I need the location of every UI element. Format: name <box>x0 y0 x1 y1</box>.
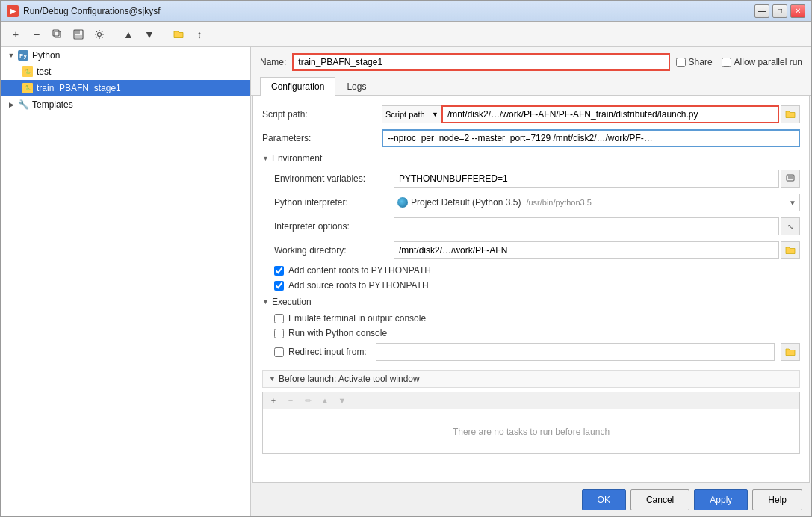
before-launch-arrow: ▼ <box>269 375 276 383</box>
close-button[interactable]: ✕ <box>790 4 805 18</box>
environment-section-header[interactable]: ▼ Environment <box>262 153 800 164</box>
redirect-input-field[interactable] <box>376 343 775 361</box>
before-launch-header: ▼ Before launch: Activate tool window <box>262 370 800 388</box>
bl-edit-button[interactable]: ✏ <box>300 394 315 407</box>
move-up-button[interactable]: ▲ <box>120 25 137 43</box>
right-panel: Name: Share Allow parallel run Configu <box>251 47 811 516</box>
tree-arrow-python: ▼ <box>7 51 16 60</box>
allow-parallel-checkbox[interactable] <box>722 58 731 67</box>
share-checkbox-label[interactable]: Share <box>676 57 713 67</box>
tab-logs[interactable]: Logs <box>335 77 377 96</box>
env-vars-row: Environment variables: PYTHONUNBUFFERED=… <box>274 170 800 188</box>
interp-options-expand-button[interactable]: ⤡ <box>781 217 800 235</box>
parameters-label: Parameters: <box>262 133 382 143</box>
bl-remove-button[interactable]: − <box>283 394 298 407</box>
working-dir-browse-button[interactable] <box>781 241 800 259</box>
before-launch-toolbar: + − ✏ ▲ ▼ <box>262 392 800 409</box>
move-down-button[interactable]: ▼ <box>140 25 158 43</box>
left-panel: ▼ Py Python 🐍 test 🐍 train_PBAFN_stage1 <box>1 47 251 516</box>
toolbar-separator-2 <box>164 27 164 42</box>
sort-button[interactable]: ↕ <box>190 25 208 43</box>
script-path-row: Script path: Script path ▼ <box>262 105 800 123</box>
main-window: ▶ Run/Debug Configurations@sjkysf — □ ✕ … <box>0 0 812 517</box>
tree-item-templates[interactable]: ▶ 🔧 Templates <box>1 96 250 113</box>
tree-item-train[interactable]: 🐍 train_PBAFN_stage1 <box>1 80 250 96</box>
tree-item-test[interactable]: 🐍 test <box>1 64 250 80</box>
svg-rect-0 <box>55 31 61 37</box>
cancel-button[interactable]: Cancel <box>630 489 689 510</box>
folder-button[interactable] <box>170 25 187 43</box>
redirect-input-label: Redirect input from: <box>288 347 367 357</box>
name-input[interactable] <box>292 53 669 71</box>
execution-section-header[interactable]: ▼ Execution <box>262 297 800 307</box>
python-ball-icon <box>397 197 408 208</box>
env-vars-display: PYTHONUNBUFFERED=1 <box>394 170 779 188</box>
redirect-input-checkbox[interactable] <box>274 347 284 357</box>
train-item-label: train_PBAFN_stage1 <box>37 83 121 93</box>
interpreter-value: Project Default (Python 3.5) <box>411 197 521 208</box>
emulate-terminal-row: Emulate terminal in output console <box>274 313 800 323</box>
emulate-terminal-label: Emulate terminal in output console <box>288 313 426 323</box>
ok-button[interactable]: OK <box>582 489 626 510</box>
env-vars-edit-button[interactable] <box>781 170 800 188</box>
bottom-bar: OK Cancel Apply Help <box>251 483 811 516</box>
emulate-terminal-checkbox[interactable] <box>274 314 284 323</box>
minimize-button[interactable]: — <box>754 4 769 18</box>
allow-parallel-checkbox-label[interactable]: Allow parallel run <box>722 57 802 67</box>
no-tasks-label: There are no tasks to run before launch <box>453 427 610 437</box>
name-right: Share Allow parallel run <box>676 57 802 67</box>
settings-button[interactable] <box>90 25 108 43</box>
run-python-console-checkbox[interactable] <box>274 329 284 338</box>
env-vars-label: Environment variables: <box>274 173 394 184</box>
title-bar: ▶ Run/Debug Configurations@sjkysf — □ ✕ <box>1 1 811 22</box>
svg-rect-6 <box>787 175 794 181</box>
remove-config-button[interactable]: − <box>28 25 46 43</box>
copy-config-button[interactable] <box>49 25 66 43</box>
tree-python-group[interactable]: ▼ Py Python <box>1 47 250 64</box>
interp-options-label: Interpreter options: <box>274 221 394 232</box>
redirect-browse-button[interactable] <box>781 343 800 361</box>
script-path-browse-button[interactable] <box>781 105 800 123</box>
interpreter-select[interactable]: Project Default (Python 3.5) /usr/bin/py… <box>394 194 800 211</box>
help-button[interactable]: Help <box>752 489 802 510</box>
environment-arrow: ▼ <box>262 155 269 162</box>
run-python-console-label: Run with Python console <box>288 328 387 338</box>
share-label: Share <box>689 57 713 67</box>
bl-up-button[interactable]: ▲ <box>317 394 332 407</box>
script-path-input[interactable] <box>441 105 779 123</box>
working-dir-row: Working directory: <box>274 241 800 259</box>
test-item-label: test <box>37 66 51 77</box>
interpreter-dropdown-arrow: ▼ <box>789 199 796 207</box>
save-config-button[interactable] <box>69 25 87 43</box>
bl-add-button[interactable]: + <box>266 394 281 407</box>
script-type-arrow: ▼ <box>432 111 438 118</box>
execution-section-content: Emulate terminal in output console Run w… <box>262 313 800 361</box>
templates-wrench-icon: 🔧 <box>17 99 29 111</box>
working-dir-input[interactable] <box>394 241 779 259</box>
interpreter-label: Python interpreter: <box>274 197 394 208</box>
before-launch-label: Before launch: Activate tool window <box>279 374 420 384</box>
add-content-roots-checkbox[interactable] <box>274 266 284 276</box>
interpreter-row: Python interpreter: Project Default (Pyt… <box>274 194 800 211</box>
interp-options-input[interactable] <box>394 217 779 235</box>
add-source-roots-checkbox[interactable] <box>274 281 284 291</box>
share-checkbox[interactable] <box>676 58 686 67</box>
before-launch-section: ▼ Before launch: Activate tool window + … <box>262 370 800 454</box>
env-vars-value: PYTHONUNBUFFERED=1 <box>399 173 508 184</box>
before-launch-empty: There are no tasks to run before launch <box>262 409 800 454</box>
execution-arrow: ▼ <box>262 298 269 306</box>
tabs: Configuration Logs <box>251 77 811 96</box>
maximize-button[interactable]: □ <box>772 4 787 18</box>
svg-rect-4 <box>75 35 82 38</box>
add-config-button[interactable]: + <box>7 25 25 43</box>
bl-down-button[interactable]: ▼ <box>335 394 350 407</box>
parameters-input[interactable] <box>382 129 800 147</box>
environment-label: Environment <box>272 153 322 164</box>
apply-button[interactable]: Apply <box>694 489 748 510</box>
toolbar-separator <box>114 27 114 42</box>
config-area: Script path: Script path ▼ Parameters: <box>252 96 810 483</box>
tab-configuration[interactable]: Configuration <box>260 77 335 96</box>
main-content: ▼ Py Python 🐍 test 🐍 train_PBAFN_stage1 <box>1 47 811 516</box>
script-type-dropdown[interactable]: Script path ▼ <box>382 105 441 123</box>
train-file-icon: 🐍 <box>22 82 34 94</box>
